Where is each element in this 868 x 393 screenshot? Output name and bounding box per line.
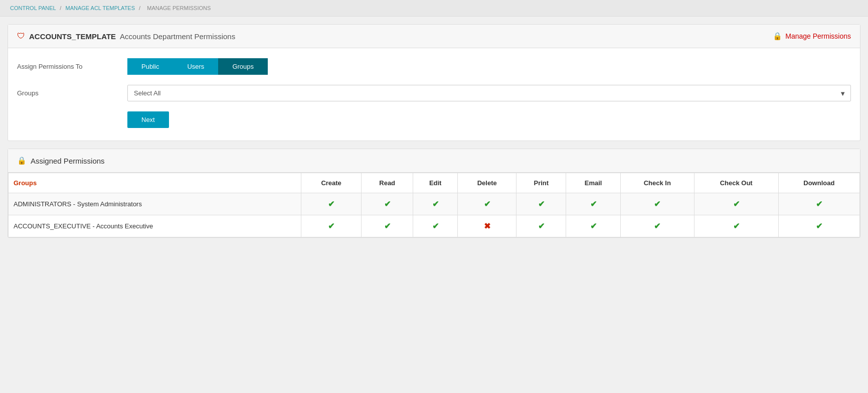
col-email: Email (566, 173, 621, 193)
panel1-body: Assign Permissions To Public Users Group… (8, 48, 860, 141)
panel2-title: Assigned Permissions (31, 157, 105, 165)
check-icon: ✔ (654, 222, 660, 230)
col-edit: Edit (413, 173, 458, 193)
check-icon: ✔ (384, 200, 391, 208)
check-icon: ✔ (432, 222, 439, 230)
col-print: Print (516, 173, 566, 193)
breadcrumb-manage-acl[interactable]: MANAGE ACL TEMPLATES (65, 5, 135, 11)
groups-label: Groups (17, 89, 127, 97)
table-header-row: Groups Create Read Edit Delete Print Ema… (9, 173, 860, 193)
tab-public[interactable]: Public (127, 58, 173, 75)
check-icon: ✔ (816, 222, 822, 230)
permissions-table: Groups Create Read Edit Delete Print Ema… (8, 173, 860, 237)
tab-users[interactable]: Users (173, 58, 218, 75)
breadcrumb-current: MANAGE PERMISSIONS (147, 5, 211, 11)
assigned-permissions-panel: 🔒 Assigned Permissions Groups Create Rea… (8, 149, 860, 238)
cell-group-name: ACCOUNTS_EXECUTIVE - Accounts Executive (9, 215, 301, 237)
breadcrumb: CONTROL PANEL / MANAGE ACL TEMPLATES / M… (0, 0, 868, 17)
check-icon: ✔ (384, 222, 391, 230)
check-icon: ✔ (538, 200, 545, 208)
cross-icon: ✖ (484, 222, 490, 230)
check-icon: ✔ (733, 200, 740, 208)
cell-group-name: ADMINISTRATORS - System Administrators (9, 193, 301, 215)
assign-permissions-panel: 🛡 ACCOUNTS_TEMPLATE Accounts Department … (8, 24, 860, 141)
panel2-header: 🔒 Assigned Permissions (8, 149, 860, 173)
shield-icon: 🛡 (17, 32, 25, 41)
col-delete: Delete (458, 173, 516, 193)
col-checkin: Check In (620, 173, 694, 193)
groups-select[interactable]: Select All (127, 85, 851, 101)
lock-icon-panel2: 🔒 (17, 156, 27, 165)
table-row: ACCOUNTS_EXECUTIVE - Accounts Executive✔… (9, 215, 860, 237)
assign-permissions-label: Assign Permissions To (17, 63, 127, 70)
tab-groups[interactable]: Groups (218, 58, 268, 75)
check-icon: ✔ (328, 200, 334, 208)
assign-permissions-row: Assign Permissions To Public Users Group… (17, 58, 851, 75)
manage-permissions-label: Manage Permissions (785, 32, 851, 40)
template-name: ACCOUNTS_TEMPLATE (29, 32, 116, 41)
check-icon: ✔ (484, 200, 490, 208)
table-row: ADMINISTRATORS - System Administrators✔✔… (9, 193, 860, 215)
check-icon: ✔ (733, 222, 740, 230)
col-checkout: Check Out (694, 173, 778, 193)
groups-row: Groups Select All ▼ (17, 85, 851, 101)
check-icon: ✔ (328, 222, 334, 230)
breadcrumb-control-panel[interactable]: CONTROL PANEL (10, 5, 56, 11)
panel2-body: Groups Create Read Edit Delete Print Ema… (8, 173, 860, 237)
manage-permissions-link[interactable]: 🔒 Manage Permissions (773, 32, 851, 41)
col-read: Read (362, 173, 413, 193)
check-icon: ✔ (590, 200, 597, 208)
check-icon: ✔ (654, 200, 660, 208)
panel1-title: Accounts Department Permissions (120, 32, 235, 41)
groups-select-wrapper: Select All ▼ (127, 85, 851, 101)
check-icon: ✔ (538, 222, 545, 230)
col-create: Create (301, 173, 362, 193)
check-icon: ✔ (590, 222, 597, 230)
check-icon: ✔ (816, 200, 822, 208)
permission-tabs: Public Users Groups (127, 58, 851, 75)
check-icon: ✔ (432, 200, 439, 208)
next-button[interactable]: Next (127, 111, 169, 128)
lock-icon-header: 🔒 (773, 32, 782, 41)
col-groups: Groups (9, 173, 301, 193)
panel1-header: 🛡 ACCOUNTS_TEMPLATE Accounts Department … (8, 25, 860, 48)
col-download: Download (778, 173, 859, 193)
